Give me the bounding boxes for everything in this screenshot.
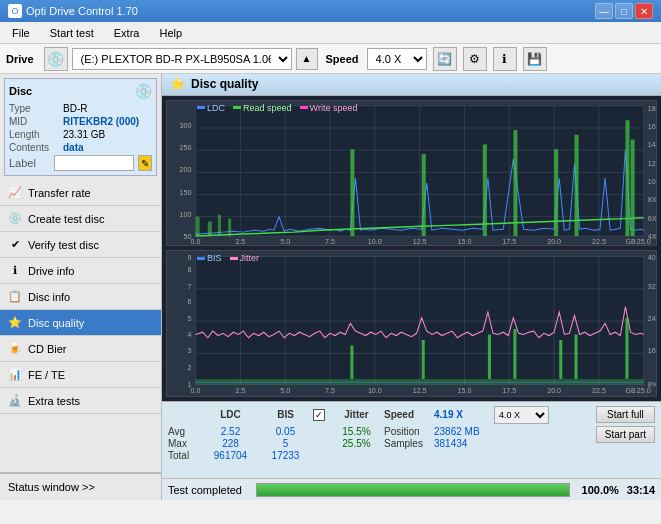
svg-text:9: 9 bbox=[187, 253, 191, 262]
stats-bar: LDC BIS ✓ Jitter Speed 4.19 X 4.0 X bbox=[162, 401, 661, 478]
disc-type-label: Type bbox=[9, 103, 59, 114]
sidebar-item-extra-tests[interactable]: 🔬 Extra tests bbox=[0, 388, 161, 414]
sidebar-item-create-test-disc[interactable]: 💿 Create test disc bbox=[0, 206, 161, 232]
svg-text:3: 3 bbox=[187, 346, 191, 355]
svg-rect-45 bbox=[196, 216, 200, 235]
svg-text:0.0: 0.0 bbox=[191, 386, 201, 395]
svg-text:32%: 32% bbox=[648, 282, 656, 291]
sidebar-item-transfer-rate[interactable]: 📈 Transfer rate bbox=[0, 180, 161, 206]
svg-text:16X: 16X bbox=[648, 123, 656, 130]
disc-info-icon: 📋 bbox=[8, 290, 22, 304]
menu-extra[interactable]: Extra bbox=[106, 25, 148, 41]
sidebar-item-verify-test-disc[interactable]: ✔ Verify test disc bbox=[0, 232, 161, 258]
sidebar-item-disc-info[interactable]: 📋 Disc info bbox=[0, 284, 161, 310]
drive-eject-button[interactable]: ▲ bbox=[296, 48, 318, 70]
disc-contents-value: data bbox=[63, 142, 84, 153]
refresh-icon[interactable]: 🔄 bbox=[433, 47, 457, 71]
write-speed-legend-label: Write speed bbox=[310, 103, 358, 113]
menu-file[interactable]: File bbox=[4, 25, 38, 41]
top-chart: LDC Read speed Write speed bbox=[166, 100, 657, 247]
avg-jitter: 15.5% bbox=[329, 426, 384, 437]
svg-text:40%: 40% bbox=[648, 253, 656, 262]
disc-quality-icon: ⭐ bbox=[8, 316, 22, 330]
svg-text:15.0: 15.0 bbox=[458, 386, 472, 395]
save-icon[interactable]: 💾 bbox=[523, 47, 547, 71]
close-button[interactable]: ✕ bbox=[635, 3, 653, 19]
transfer-rate-icon: 📈 bbox=[8, 186, 22, 200]
svg-text:17.5: 17.5 bbox=[502, 238, 516, 245]
svg-text:20.0: 20.0 bbox=[547, 386, 561, 395]
svg-rect-50 bbox=[422, 154, 426, 236]
svg-text:10X: 10X bbox=[648, 178, 656, 185]
disc-label-input[interactable] bbox=[54, 155, 134, 171]
disc-mid-value: RITEKBR2 (000) bbox=[63, 116, 139, 127]
svg-rect-53 bbox=[554, 149, 558, 236]
svg-text:0.0: 0.0 bbox=[191, 238, 201, 245]
disc-type-value: BD-R bbox=[63, 103, 87, 114]
svg-text:24%: 24% bbox=[648, 314, 656, 323]
sidebar-nav: 📈 Transfer rate 💿 Create test disc ✔ Ver… bbox=[0, 180, 161, 472]
bis-legend-label: BIS bbox=[207, 253, 222, 263]
menu-help[interactable]: Help bbox=[151, 25, 190, 41]
svg-text:18X: 18X bbox=[648, 104, 656, 111]
sidebar-item-label-fe-te: FE / TE bbox=[28, 369, 65, 381]
start-part-button[interactable]: Start part bbox=[596, 426, 655, 443]
status-window-label: Status window >> bbox=[8, 481, 95, 493]
disc-quality-header: ⭐ Disc quality bbox=[162, 74, 661, 96]
disc-contents-row: Contents data bbox=[9, 142, 152, 153]
maximize-button[interactable]: □ bbox=[615, 3, 633, 19]
speed-select[interactable]: 4.0 X bbox=[367, 48, 427, 70]
top-chart-svg: 50 100 150 200 250 300 4X 6X 8X 10X 12X … bbox=[167, 101, 656, 246]
status-text: Test completed bbox=[168, 484, 248, 496]
svg-rect-56 bbox=[631, 139, 635, 235]
svg-rect-46 bbox=[208, 221, 212, 235]
stats-table: LDC BIS ✓ Jitter Speed 4.19 X 4.0 X bbox=[168, 406, 588, 461]
chart1-legend: LDC Read speed Write speed bbox=[197, 103, 357, 113]
drive-select[interactable]: (E:) PLEXTOR BD-R PX-LB950SA 1.06 bbox=[72, 48, 292, 70]
sidebar-item-disc-quality[interactable]: ⭐ Disc quality bbox=[0, 310, 161, 336]
sidebar-item-label-drive-info: Drive info bbox=[28, 265, 74, 277]
menu-start-test[interactable]: Start test bbox=[42, 25, 102, 41]
create-test-disc-icon: 💿 bbox=[8, 212, 22, 226]
info-icon[interactable]: ℹ bbox=[493, 47, 517, 71]
svg-rect-48 bbox=[228, 218, 231, 235]
sidebar-item-label-transfer-rate: Transfer rate bbox=[28, 187, 91, 199]
svg-text:5.0: 5.0 bbox=[280, 238, 290, 245]
bottom-chart-svg: 1 2 3 4 5 6 7 8 9 8% 16% 24% 32% 40% 0 bbox=[167, 251, 656, 396]
sidebar-item-fe-te[interactable]: 📊 FE / TE bbox=[0, 362, 161, 388]
svg-text:5.0: 5.0 bbox=[280, 386, 290, 395]
title-bar-left: O Opti Drive Control 1.70 bbox=[8, 4, 138, 18]
disc-length-value: 23.31 GB bbox=[63, 129, 105, 140]
main-layout: Disc 💿 Type BD-R MID RITEKBR2 (000) Leng… bbox=[0, 74, 661, 500]
sidebar-item-drive-info[interactable]: ℹ Drive info bbox=[0, 258, 161, 284]
svg-text:25.0: 25.0 bbox=[637, 238, 651, 245]
sidebar-item-label-cd-bier: CD Bier bbox=[28, 343, 67, 355]
checkbox-area[interactable]: ✓ bbox=[313, 408, 329, 421]
avg-label: Avg bbox=[168, 426, 203, 437]
action-buttons: Start full Start part bbox=[596, 406, 655, 443]
svg-rect-49 bbox=[350, 149, 354, 236]
title-bar: O Opti Drive Control 1.70 — □ ✕ bbox=[0, 0, 661, 22]
extra-tests-icon: 🔬 bbox=[8, 394, 22, 408]
verify-test-disc-icon: ✔ bbox=[8, 238, 22, 252]
status-window-item[interactable]: Status window >> bbox=[0, 476, 161, 498]
disc-label-row: Label ✎ bbox=[9, 155, 152, 171]
fe-te-icon: 📊 bbox=[8, 368, 22, 382]
svg-rect-55 bbox=[625, 120, 629, 236]
legend-write-speed: Write speed bbox=[300, 103, 358, 113]
settings-icon[interactable]: ⚙ bbox=[463, 47, 487, 71]
svg-text:5: 5 bbox=[187, 314, 191, 323]
col-bis-header: BIS bbox=[258, 409, 313, 420]
disc-type-row: Type BD-R bbox=[9, 103, 152, 114]
title-bar-controls: — □ ✕ bbox=[595, 3, 653, 19]
svg-rect-54 bbox=[575, 134, 579, 235]
jitter-legend-label: Jitter bbox=[240, 253, 260, 263]
minimize-button[interactable]: — bbox=[595, 3, 613, 19]
position-value: 23862 MB bbox=[434, 426, 480, 437]
sidebar-item-cd-bier[interactable]: 🍺 CD Bier bbox=[0, 336, 161, 362]
jitter-checkbox[interactable]: ✓ bbox=[313, 409, 325, 421]
svg-text:12.5: 12.5 bbox=[413, 386, 427, 395]
disc-label-btn[interactable]: ✎ bbox=[138, 155, 152, 171]
start-full-button[interactable]: Start full bbox=[596, 406, 655, 423]
speed-setting-select[interactable]: 4.0 X bbox=[494, 406, 549, 424]
